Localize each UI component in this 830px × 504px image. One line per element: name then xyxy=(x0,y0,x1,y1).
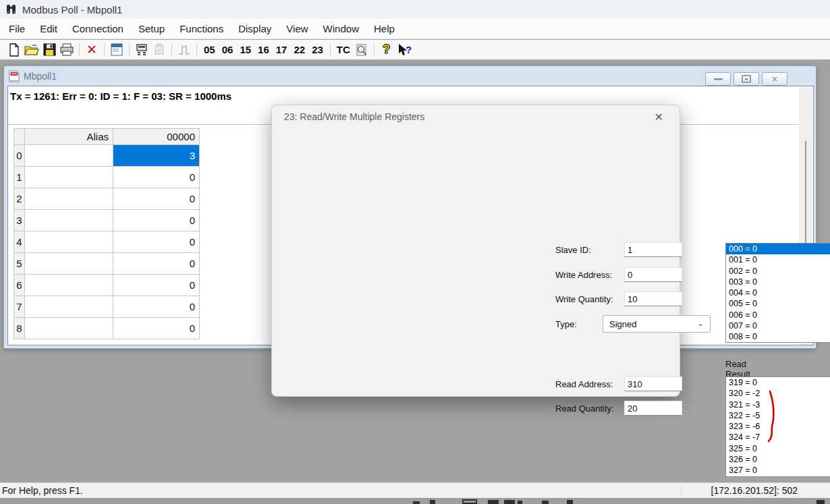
table-row: 1 0 xyxy=(13,167,200,188)
alias-cell[interactable] xyxy=(25,210,113,231)
maximize-button[interactable] xyxy=(734,72,759,86)
table-row: 4 0 xyxy=(13,231,200,253)
value-cell[interactable]: 0 xyxy=(113,253,200,275)
function-06-button[interactable]: 06 xyxy=(219,43,237,57)
alias-cell[interactable] xyxy=(25,231,113,253)
function-22-button[interactable]: 22 xyxy=(290,43,308,57)
list-item[interactable]: 002 = 0 xyxy=(726,266,830,277)
dialog-title-bar[interactable]: 23: Read/Write Multiple Registers ✕ xyxy=(272,105,680,128)
print-icon[interactable] xyxy=(58,42,76,58)
new-file-icon[interactable] xyxy=(5,42,23,58)
save-icon[interactable] xyxy=(40,42,58,58)
list-item[interactable]: 004 = 0 xyxy=(726,287,830,298)
alias-column-header[interactable]: Alias xyxy=(25,128,113,145)
status-help-text: For Help, press F1. xyxy=(0,485,83,496)
alias-cell[interactable] xyxy=(25,318,113,339)
alias-cell[interactable] xyxy=(25,188,113,210)
function-17-button[interactable]: 17 xyxy=(273,43,291,57)
list-item[interactable]: 321 = -3 xyxy=(726,399,830,410)
list-item[interactable]: 007 = 0 xyxy=(726,320,830,331)
menu-connection[interactable]: Connection xyxy=(65,20,131,37)
list-item[interactable]: 006 = 0 xyxy=(726,310,830,320)
write-quantity-input[interactable] xyxy=(624,291,682,306)
list-item[interactable]: 005 = 0 xyxy=(726,298,830,309)
menu-setup[interactable]: Setup xyxy=(131,20,172,37)
alias-cell[interactable] xyxy=(25,275,113,296)
menu-file[interactable]: File xyxy=(1,20,32,37)
toolbar-separator xyxy=(330,43,331,57)
list-item[interactable]: 326 = 0 xyxy=(726,454,830,465)
value-cell[interactable]: 0 xyxy=(113,188,200,210)
list-item[interactable]: 003 = 0 xyxy=(726,277,830,287)
status-connection-text: [172.16.201.52]: 502 xyxy=(711,485,798,496)
partial-icon xyxy=(488,500,499,504)
child-title-bar[interactable]: Mbpoll1 xyxy=(4,66,816,86)
child-close-button[interactable]: ✕ xyxy=(762,72,787,86)
function-05-button[interactable]: 05 xyxy=(200,43,219,57)
poll-definition-icon[interactable] xyxy=(133,42,150,58)
list-item[interactable]: 319 = 0 xyxy=(726,377,830,388)
pulse-icon[interactable] xyxy=(175,42,193,58)
dialog-close-icon[interactable]: ✕ xyxy=(649,109,669,125)
value-cell[interactable]: 0 xyxy=(113,231,200,253)
zoom-document-icon[interactable] xyxy=(353,42,370,58)
dialog-title: 23: Read/Write Multiple Registers xyxy=(284,111,424,122)
list-item[interactable]: 320 = -2 xyxy=(726,388,830,399)
display-setup-icon[interactable] xyxy=(108,42,126,58)
write-address-input[interactable] xyxy=(624,267,682,282)
read-result-listbox[interactable]: 319 = 0 320 = -2 321 = -3 322 = -5 323 =… xyxy=(725,376,830,477)
partial-icon xyxy=(462,499,477,504)
delete-icon[interactable]: ✕ xyxy=(83,42,101,58)
write-values-listbox[interactable]: 000 = 0 001 = 0 002 = 0 003 = 0 004 = 0 … xyxy=(725,243,830,343)
communication-traffic-icon[interactable] xyxy=(150,42,168,58)
toolbar: ✕ 05 06 15 16 17 22 23 TC ? ? xyxy=(0,40,830,60)
list-item-selected[interactable]: 000 = 0 xyxy=(726,244,830,254)
value-cell[interactable]: 0 xyxy=(113,210,200,231)
alias-cell[interactable] xyxy=(25,296,113,318)
value-cell[interactable]: 0 xyxy=(113,318,200,339)
menu-functions[interactable]: Functions xyxy=(172,20,231,37)
value-cell-selected[interactable]: 3 xyxy=(113,145,200,167)
menu-help[interactable]: Help xyxy=(366,20,402,37)
row-number: 1 xyxy=(13,167,25,188)
table-row: 5 0 xyxy=(13,253,200,275)
type-select[interactable]: Signed ⌄ xyxy=(603,315,711,333)
value-cell[interactable]: 0 xyxy=(113,296,200,318)
function-23-button[interactable]: 23 xyxy=(308,43,327,57)
partial-icon xyxy=(542,501,549,504)
screen-bottom-edge xyxy=(0,498,830,504)
read-address-input[interactable] xyxy=(624,376,682,391)
menu-edit[interactable]: Edit xyxy=(32,20,65,37)
partial-icon xyxy=(504,500,515,504)
list-item[interactable]: 324 = -7 xyxy=(726,432,830,443)
test-center-button[interactable]: TC xyxy=(334,43,353,57)
list-item[interactable]: 008 = 0 xyxy=(726,331,830,342)
menu-window[interactable]: Window xyxy=(316,20,366,37)
menu-display[interactable]: Display xyxy=(231,20,279,37)
list-item[interactable]: 325 = 0 xyxy=(726,443,830,454)
function-16-button[interactable]: 16 xyxy=(254,43,273,57)
read-quantity-input[interactable] xyxy=(624,401,682,416)
open-file-icon[interactable] xyxy=(23,42,40,58)
slave-id-input[interactable] xyxy=(624,242,682,257)
list-item[interactable]: 323 = -6 xyxy=(726,421,830,432)
row-number: 2 xyxy=(13,188,25,210)
value-cell[interactable]: 0 xyxy=(113,167,200,188)
minimize-button[interactable] xyxy=(705,72,731,86)
list-item[interactable]: 322 = -5 xyxy=(726,410,830,421)
maximize-icon xyxy=(742,75,751,83)
menu-view[interactable]: View xyxy=(279,20,315,37)
register-column-header[interactable]: 00000 xyxy=(113,128,200,145)
about-help-icon[interactable]: ? xyxy=(378,42,395,58)
list-item[interactable]: 001 = 0 xyxy=(726,254,830,265)
register-grid: Alias 00000 0 3 1 0 2 0 xyxy=(13,128,200,339)
slave-id-label: Slave ID: xyxy=(555,245,591,255)
alias-cell[interactable] xyxy=(25,167,113,188)
alias-cell[interactable] xyxy=(25,145,113,167)
alias-cell[interactable] xyxy=(25,253,113,275)
value-cell[interactable]: 0 xyxy=(113,275,200,296)
function-15-button[interactable]: 15 xyxy=(236,43,254,57)
status-bar: For Help, press F1. [172.16.201.52]: 502 xyxy=(0,482,830,498)
context-help-icon[interactable]: ? xyxy=(395,42,413,58)
list-item[interactable]: 327 = 0 xyxy=(726,465,830,476)
